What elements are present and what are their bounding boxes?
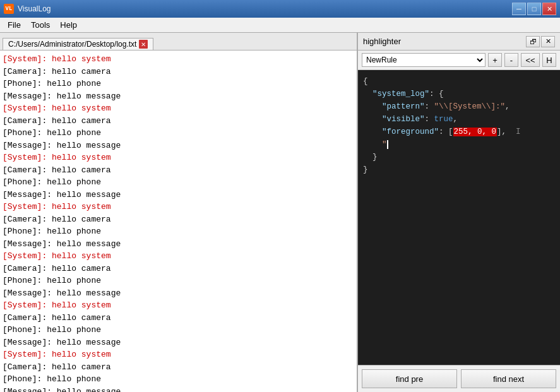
- highlighter-window-controls: 🗗 ✕: [526, 36, 555, 47]
- menu-tools[interactable]: Tools: [26, 19, 55, 31]
- log-line: [Camera]: hello camera: [3, 263, 354, 275]
- highlighter-title: highlighter: [363, 37, 401, 46]
- bottom-bar: find pre find next: [358, 365, 560, 392]
- log-line: [Camera]: hello camera: [3, 164, 354, 177]
- log-line: [System]: hello system: [3, 151, 354, 164]
- log-line: [System]: hello system: [3, 250, 354, 263]
- log-line: [Phone]: hello phone: [3, 176, 354, 189]
- rule-select[interactable]: NewRule: [362, 53, 486, 67]
- find-pre-button[interactable]: find pre: [362, 369, 457, 388]
- log-line: [Phone]: hello phone: [3, 324, 354, 336]
- log-line: [Phone]: hello phone: [3, 275, 354, 287]
- log-line: [Camera]: hello camera: [3, 312, 354, 324]
- add-rule-button[interactable]: +: [488, 53, 502, 67]
- highlighter-toolbar: NewRule + - << H: [358, 50, 560, 70]
- title-bar: VL VisualLog ─ □ ✕: [0, 0, 560, 18]
- app-icon: VL: [4, 4, 14, 14]
- log-line: [Camera]: hello camera: [3, 213, 354, 226]
- log-line: [Message]: hello message: [3, 140, 354, 152]
- close-button[interactable]: ✕: [542, 3, 556, 15]
- log-line: [Message]: hello message: [3, 287, 354, 300]
- log-line: [System]: hello system: [3, 53, 354, 66]
- log-line: [Message]: hello message: [3, 336, 354, 349]
- json-line-5: "foreground": [255, 0, 0], I: [363, 126, 555, 138]
- log-line: [System]: hello system: [3, 348, 354, 361]
- log-line: [Message]: hello message: [3, 386, 354, 393]
- right-panel: highlighter 🗗 ✕ NewRule + - << H { "syst…: [358, 33, 560, 392]
- log-line: [Camera]: hello camera: [3, 361, 354, 374]
- menu-bar: File Tools Help: [0, 18, 560, 33]
- log-line: [Phone]: hello phone: [3, 225, 354, 238]
- log-line: [Message]: hello message: [3, 90, 354, 103]
- remove-rule-button[interactable]: -: [504, 53, 518, 67]
- log-line: [Message]: hello message: [3, 189, 354, 201]
- tab-label: C:/Users/Administrator/Desktop/log.txt: [8, 40, 136, 49]
- log-line: [Camera]: hello camera: [3, 115, 354, 128]
- tab-close-button[interactable]: ✕: [139, 40, 148, 49]
- json-line-8: }: [363, 163, 555, 176]
- log-line: [System]: hello system: [3, 102, 354, 115]
- json-line-4: "visible": true,: [363, 113, 555, 126]
- json-line-1: {: [363, 75, 555, 88]
- highlighter-header: highlighter 🗗 ✕: [358, 33, 560, 50]
- json-line-2: "system_log": {: [363, 88, 555, 100]
- json-editor[interactable]: { "system_log": { "pattern": "\\[System\…: [358, 70, 560, 365]
- left-panel: C:/Users/Administrator/Desktop/log.txt ✕…: [0, 33, 358, 392]
- json-line-7: }: [363, 151, 555, 163]
- json-line-3: "pattern": "\\[System\\]:",: [363, 100, 555, 113]
- prev-rule-button[interactable]: <<: [521, 53, 540, 67]
- find-next-button[interactable]: find next: [461, 369, 556, 388]
- log-tab[interactable]: C:/Users/Administrator/Desktop/log.txt ✕: [3, 38, 153, 50]
- log-line: [Message]: hello message: [3, 238, 354, 251]
- tab-bar: C:/Users/Administrator/Desktop/log.txt ✕: [0, 33, 357, 50]
- log-line: [System]: hello system: [3, 299, 354, 312]
- log-line: [System]: hello system: [3, 201, 354, 213]
- h-button[interactable]: H: [542, 53, 556, 67]
- menu-file[interactable]: File: [3, 19, 26, 31]
- menu-help[interactable]: Help: [55, 19, 82, 31]
- log-content[interactable]: [System]: hello system[Camera]: hello ca…: [0, 50, 357, 392]
- foreground-value: 255, 0, 0: [453, 128, 497, 136]
- log-line: [Camera]: hello camera: [3, 66, 354, 78]
- json-line-6: ": [363, 138, 555, 151]
- window-controls: ─ □ ✕: [512, 3, 556, 15]
- highlighter-restore-button[interactable]: 🗗: [526, 36, 540, 47]
- maximize-button[interactable]: □: [527, 3, 541, 15]
- log-line: [Phone]: hello phone: [3, 78, 354, 90]
- minimize-button[interactable]: ─: [512, 3, 526, 15]
- main-container: C:/Users/Administrator/Desktop/log.txt ✕…: [0, 33, 560, 392]
- log-line: [Phone]: hello phone: [3, 373, 354, 386]
- log-line: [Phone]: hello phone: [3, 127, 354, 140]
- window-title: VisualLog: [18, 4, 512, 13]
- highlighter-close-button[interactable]: ✕: [541, 36, 555, 47]
